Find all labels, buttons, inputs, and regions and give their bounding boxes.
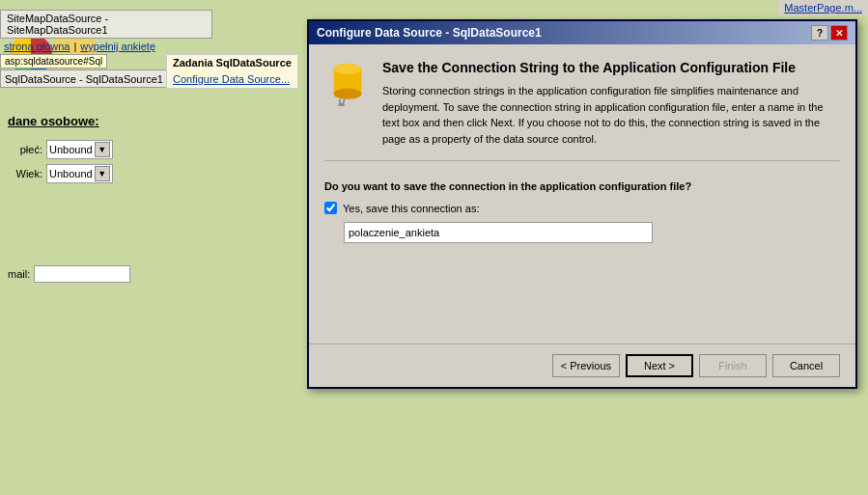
next-button[interactable]: Next > bbox=[626, 354, 693, 377]
previous-button[interactable]: < Previous bbox=[552, 354, 620, 377]
dialog-heading: Save the Connection String to the Applic… bbox=[382, 60, 840, 75]
save-connection-checkbox[interactable] bbox=[324, 202, 337, 214]
checkbox-label: Yes, save this connection as: bbox=[343, 203, 479, 214]
configure-dialog: Configure Data Source - SqlDataSource1 ?… bbox=[307, 19, 857, 389]
dialog-description: Storing connection strings in the applic… bbox=[382, 83, 840, 147]
cancel-button[interactable]: Cancel bbox=[772, 354, 840, 377]
svg-point-7 bbox=[338, 103, 344, 106]
dialog-content: Do you want to save the connection in th… bbox=[324, 173, 840, 251]
dialog-titlebar: Configure Data Source - SqlDataSource1 ?… bbox=[309, 21, 855, 44]
dialog-header-section: Save the Connection String to the Applic… bbox=[324, 60, 840, 147]
dialog-body: Save the Connection String to the Applic… bbox=[309, 44, 855, 344]
svg-point-3 bbox=[334, 89, 362, 99]
db-icon bbox=[324, 60, 371, 106]
svg-point-4 bbox=[334, 64, 362, 74]
titlebar-buttons: ? ✕ bbox=[811, 25, 848, 41]
help-button[interactable]: ? bbox=[811, 25, 828, 41]
close-button[interactable]: ✕ bbox=[830, 25, 848, 41]
dialog-spacer bbox=[324, 251, 840, 328]
dialog-title: Configure Data Source - SqlDataSource1 bbox=[317, 26, 542, 40]
dialog-header-text: Save the Connection String to the Applic… bbox=[382, 60, 840, 147]
finish-button[interactable]: Finish bbox=[699, 354, 767, 377]
question-text: Do you want to save the connection in th… bbox=[324, 180, 840, 192]
dialog-footer: < Previous Next > Finish Cancel bbox=[309, 344, 855, 387]
modal-overlay: Configure Data Source - SqlDataSource1 ?… bbox=[0, 0, 868, 495]
connection-name-input[interactable] bbox=[344, 222, 653, 243]
separator bbox=[324, 160, 840, 161]
checkbox-row: Yes, save this connection as: bbox=[324, 202, 840, 214]
